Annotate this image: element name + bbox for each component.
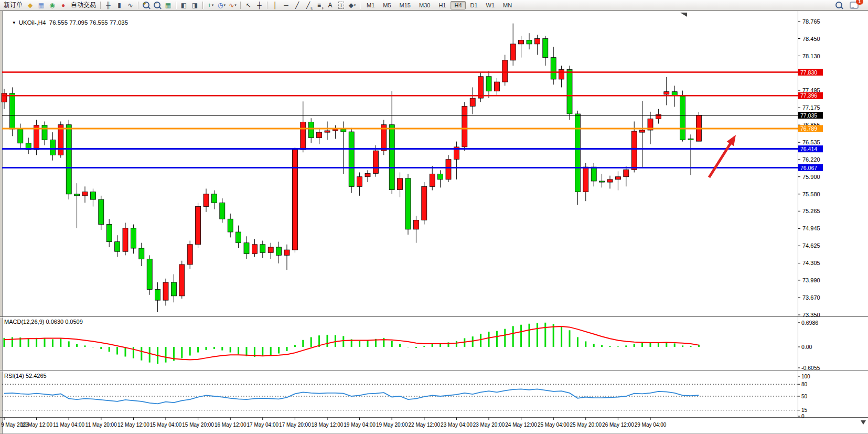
chart-title-text: UKOil-,H4 76.555 77.095 76.555 77.035 xyxy=(19,19,128,26)
tile-windows-icon[interactable]: ▦ xyxy=(163,0,174,10)
svg-text:25 May 04:00: 25 May 04:00 xyxy=(538,422,570,428)
svg-text:74.625: 74.625 xyxy=(802,242,820,249)
svg-text:12 May 12:00: 12 May 12:00 xyxy=(117,422,149,428)
toolbar-separator xyxy=(176,2,176,9)
svg-text:23 May 20:00: 23 May 20:00 xyxy=(473,422,505,428)
vertical-line-icon-glyph: │ xyxy=(273,2,277,8)
text-icon-glyph: A xyxy=(328,2,332,8)
fibonacci-icon-sub: F xyxy=(322,6,324,10)
toolbar: 新订单◆▦◉●自动交易╫▮∿+−▦◧◨+▾◷▾∿▾↖┼│─╱╱E≡FAT◆▾ M… xyxy=(0,0,868,10)
svg-text:77.830: 77.830 xyxy=(800,69,817,76)
trendline-icon[interactable]: ╱ xyxy=(292,0,303,10)
line-chart-icon-glyph: ∿ xyxy=(127,2,133,8)
arrows-shapes-icon[interactable]: ◆▾ xyxy=(347,0,358,10)
cursor-icon-glyph: ↖ xyxy=(245,2,251,8)
timeframe-m1[interactable]: M1 xyxy=(363,1,378,9)
toolbar-separator xyxy=(267,2,267,9)
svg-text:16 May 12:00: 16 May 12:00 xyxy=(215,422,247,428)
timeframe-m15[interactable]: M15 xyxy=(396,1,414,9)
crosshair-icon[interactable]: ┼ xyxy=(254,0,265,10)
svg-text:29 May 04:00: 29 May 04:00 xyxy=(635,422,667,428)
svg-text:75.900: 75.900 xyxy=(802,174,820,180)
svg-text:15 May 20:00: 15 May 20:00 xyxy=(182,422,214,428)
data-window-icon[interactable]: ◧ xyxy=(178,0,189,10)
profiles-icon[interactable]: ▦ xyxy=(36,0,47,10)
period-clock-icon[interactable]: ◷▾ xyxy=(216,0,227,10)
market-watch-icon[interactable]: ◉ xyxy=(47,0,58,10)
candlestick-chart-icon-glyph: ▮ xyxy=(117,2,121,8)
auto-trading-icon[interactable]: ● xyxy=(58,0,69,10)
svg-text:15: 15 xyxy=(801,407,808,413)
crosshair-icon-glyph: ┼ xyxy=(257,2,262,8)
notification-badge: 1 xyxy=(856,0,863,5)
text-icon[interactable]: A xyxy=(325,0,336,10)
horizontal-line-icon[interactable]: ─ xyxy=(281,0,292,10)
toolbar-separator xyxy=(100,2,101,9)
zoom-in-icon[interactable]: + xyxy=(141,0,152,10)
svg-text:73.670: 73.670 xyxy=(802,294,820,301)
zoom-out-icon[interactable]: − xyxy=(152,0,163,10)
svg-text:76.414: 76.414 xyxy=(800,146,817,152)
symbol-collapse-icon[interactable]: ▼ xyxy=(12,20,16,25)
period-clock-icon-glyph: ◷ xyxy=(218,2,223,8)
svg-text:76.067: 76.067 xyxy=(800,165,817,171)
candlestick-chart-icon[interactable]: ▮ xyxy=(114,0,125,10)
new-order-stack-icon-glyph: ◆ xyxy=(28,2,33,8)
svg-text:23 May 04:00: 23 May 04:00 xyxy=(441,422,473,428)
arrows-shapes-icon-glyph: ◆ xyxy=(349,2,353,8)
svg-text:19 May 04:00: 19 May 04:00 xyxy=(344,422,376,428)
chart-title: ▼UKOil-,H4 76.555 77.095 76.555 77.035 xyxy=(5,13,128,32)
data-window-icon-glyph: ◧ xyxy=(181,2,187,8)
timeframe-h4[interactable]: H4 xyxy=(451,1,465,9)
new-order-stack-icon[interactable]: ◆ xyxy=(25,0,36,10)
svg-text:73.350: 73.350 xyxy=(802,312,820,318)
svg-text:0.6986: 0.6986 xyxy=(801,320,818,326)
equidistant-channel-icon[interactable]: ╱E xyxy=(303,0,314,10)
bar-chart-icon[interactable]: ╫ xyxy=(103,0,114,10)
dropdown-arrow-icon: ▾ xyxy=(212,3,214,7)
timeframe-m30[interactable]: M30 xyxy=(415,1,434,9)
svg-text:19 May 20:00: 19 May 20:00 xyxy=(376,422,408,428)
new-order-button[interactable]: 新订单 xyxy=(2,1,25,9)
new-chart-icon[interactable]: +▾ xyxy=(205,0,216,10)
text-label-icon[interactable]: T xyxy=(336,0,347,10)
auto-trading-button[interactable]: 自动交易 xyxy=(69,1,98,9)
svg-text:50: 50 xyxy=(801,394,808,399)
svg-text:17 May 20:00: 17 May 20:00 xyxy=(279,422,311,428)
svg-text:75.265: 75.265 xyxy=(802,208,820,214)
cursor-icon[interactable]: ↖ xyxy=(243,0,254,10)
svg-text:11 May 20:00: 11 May 20:00 xyxy=(85,422,117,428)
svg-text:26 May 12:00: 26 May 12:00 xyxy=(602,422,634,428)
svg-text:0: 0 xyxy=(801,414,805,419)
notifications-button[interactable]: 1 xyxy=(849,0,860,10)
svg-text:10 May 12:00: 10 May 12:00 xyxy=(20,422,52,428)
timeframe-h1[interactable]: H1 xyxy=(435,1,449,9)
svg-text:-0.6055: -0.6055 xyxy=(801,365,820,371)
toolbar-separator xyxy=(202,2,203,9)
svg-text:78.130: 78.130 xyxy=(802,53,820,59)
zoom-sign: − xyxy=(154,1,157,6)
svg-text:0.00: 0.00 xyxy=(801,344,812,350)
navigator-icon[interactable]: ◨ xyxy=(189,0,200,10)
svg-text:73.990: 73.990 xyxy=(802,277,820,283)
navigator-icon-glyph: ◨ xyxy=(192,2,198,8)
indicators-icon-glyph: ∿ xyxy=(229,2,234,8)
line-chart-icon[interactable]: ∿ xyxy=(125,0,136,10)
fibonacci-icon[interactable]: ≡F xyxy=(314,0,325,10)
timeframe-d1[interactable]: D1 xyxy=(467,1,481,9)
equidistant-channel-icon-sub: E xyxy=(310,6,313,10)
toolbar-separator xyxy=(360,2,360,9)
bar-chart-icon-glyph: ╫ xyxy=(106,2,111,8)
timeframe-w1[interactable]: W1 xyxy=(483,1,499,9)
dropdown-arrow-icon: ▾ xyxy=(354,3,356,7)
timeframe-group: M1M5M15M30H1H4D1W1MN xyxy=(362,0,516,10)
svg-text:24 May 12:00: 24 May 12:00 xyxy=(505,422,537,428)
chart-canvas[interactable]: 78.76578.45078.13077.49577.17576.85576.5… xyxy=(0,10,868,434)
timeframe-mn[interactable]: MN xyxy=(499,1,516,9)
search-button[interactable] xyxy=(833,0,844,10)
profiles-icon-glyph: ▦ xyxy=(38,2,44,8)
toolbar-right-group: 1 xyxy=(833,0,868,10)
vertical-line-icon[interactable]: │ xyxy=(270,0,281,10)
timeframe-m5[interactable]: M5 xyxy=(379,1,394,9)
indicators-icon[interactable]: ∿▾ xyxy=(227,0,238,10)
